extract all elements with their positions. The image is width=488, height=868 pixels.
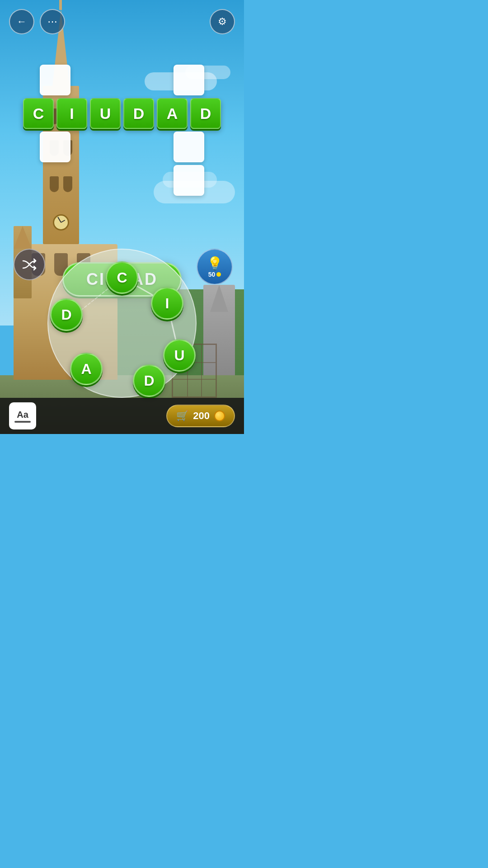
hint-button[interactable]: 💡 50 [197, 249, 233, 285]
cell-r4c6 [174, 165, 204, 196]
hint-count: 50 [208, 271, 221, 278]
cell-r4c5 [140, 165, 171, 196]
cathedral-spire-tip [59, 0, 62, 10]
font-underline [14, 421, 31, 423]
cell-r1c5 [140, 65, 171, 95]
crossword-grid: C I U D A D [6, 63, 238, 197]
cell-r4c1 [6, 165, 37, 196]
font-button[interactable]: Aa [9, 402, 36, 429]
wheel-letter-I[interactable]: I [151, 287, 183, 320]
letter-wheel[interactable]: C I U D A D [47, 249, 197, 398]
cell-I: I [56, 98, 87, 129]
wheel-letter-D1[interactable]: D [133, 364, 165, 397]
cell-r1c6 [174, 65, 204, 95]
cell-r3c2 [40, 132, 70, 162]
cell-A: A [157, 98, 188, 129]
cell-C: C [23, 98, 54, 129]
bottom-bar: Aa 🛒 200 [0, 398, 244, 434]
crossword-row-3 [6, 132, 238, 162]
more-button[interactable]: ⋯ [40, 9, 65, 34]
cell-r3c1 [6, 132, 37, 162]
cell-r1c3 [73, 65, 104, 95]
cell-r4c7 [207, 165, 238, 196]
shop-button[interactable]: 🛒 200 [166, 405, 235, 427]
top-navigation: ← ⋯ ⚙ [0, 9, 244, 34]
shuffle-button[interactable] [14, 249, 45, 280]
cell-r1c7 [207, 65, 238, 95]
wheel-letter-C[interactable]: C [106, 261, 138, 294]
crossword-row-4 [6, 165, 238, 196]
coin-count: 200 [193, 410, 210, 422]
cell-r1c1 [6, 65, 37, 95]
crossword-row-2: C I U D A D [23, 98, 221, 129]
wheel-letter-A[interactable]: A [70, 353, 103, 385]
cell-r3c6 [174, 132, 204, 162]
coin-icon [214, 410, 225, 421]
cart-icon: 🛒 [176, 410, 188, 422]
cell-r4c3 [73, 165, 104, 196]
cell-r3c5 [140, 132, 171, 162]
settings-button[interactable]: ⚙ [210, 9, 235, 34]
cell-r3c7 [207, 132, 238, 162]
cell-U: U [90, 98, 121, 129]
cell-r1c2 [40, 65, 70, 95]
crossword-row-1 [6, 65, 238, 95]
hint-icon: 💡 [207, 256, 223, 271]
cell-r4c2 [40, 165, 70, 196]
cell-r3c4 [107, 132, 137, 162]
cell-r3c3 [73, 132, 104, 162]
cell-r4c4 [107, 165, 137, 196]
cell-D2: D [190, 98, 221, 129]
font-label: Aa [17, 410, 28, 420]
wheel-letter-U[interactable]: U [163, 339, 196, 372]
cell-D1: D [123, 98, 154, 129]
cell-r1c4 [107, 65, 137, 95]
back-button[interactable]: ← [9, 9, 34, 34]
nav-left-group: ← ⋯ [9, 9, 65, 34]
hint-coin-dot [216, 272, 221, 277]
wheel-letter-D2[interactable]: D [50, 298, 83, 331]
